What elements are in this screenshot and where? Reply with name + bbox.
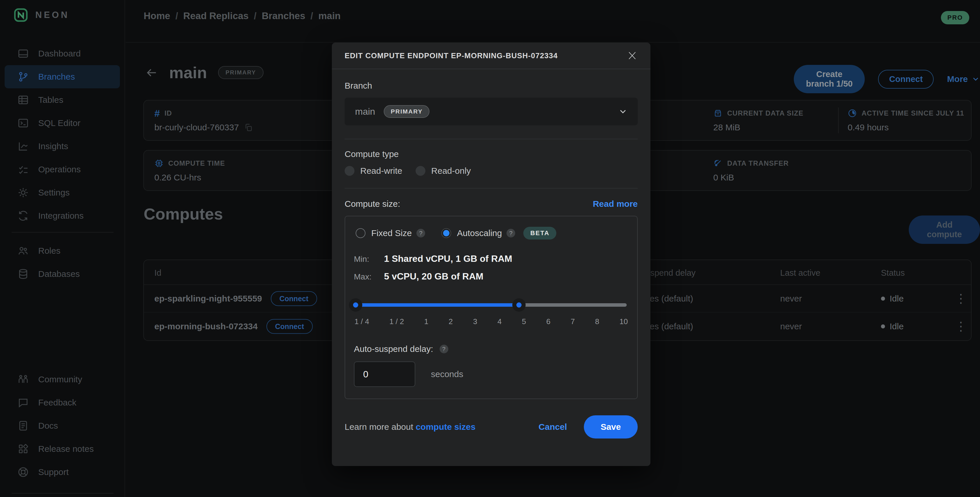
breadcrumb: Home / Read Replicas / Branches / main bbox=[144, 10, 340, 21]
last-active-value: never bbox=[780, 294, 802, 304]
sidebar-item-roles[interactable]: Roles bbox=[5, 239, 120, 263]
sidebar-item-dashboard[interactable]: Dashboard bbox=[5, 42, 120, 65]
current-data-size-value: 28 MiB bbox=[713, 123, 740, 132]
sidebar-divider bbox=[11, 232, 113, 233]
compute-size-section: Compute size: Read more Fixed Size ? Aut… bbox=[345, 188, 638, 399]
column-header-status: Status bbox=[881, 268, 905, 278]
branch-primary-badge: PRIMARY bbox=[384, 105, 430, 118]
stat-label: DATA TRANSFER bbox=[727, 159, 789, 167]
sidebar-nav-main: Dashboard Branches Tables SQL Editor Ins… bbox=[5, 42, 120, 227]
slider-max-handle[interactable] bbox=[512, 298, 526, 312]
more-button[interactable]: More bbox=[947, 74, 980, 84]
brand-logo[interactable]: NEON bbox=[13, 8, 70, 22]
learn-more-prefix: Learn more about bbox=[345, 422, 413, 432]
row-connect-button[interactable]: Connect bbox=[266, 319, 313, 334]
compute-size-slider[interactable] bbox=[354, 299, 628, 311]
sidebar-item-label: Community bbox=[38, 374, 82, 384]
fixed-size-radio[interactable] bbox=[356, 228, 366, 238]
kebab-menu-icon[interactable]: ⋮ bbox=[955, 293, 967, 305]
help-icon[interactable]: ? bbox=[417, 229, 425, 237]
row-connect-button[interactable]: Connect bbox=[271, 291, 317, 306]
sidebar-item-support[interactable]: Support bbox=[5, 460, 120, 484]
sidebar-item-community[interactable]: Community bbox=[5, 368, 120, 391]
copy-icon[interactable] bbox=[244, 123, 253, 132]
save-button[interactable]: Save bbox=[584, 415, 638, 438]
compute-type-section: Compute type Read-write Read-only bbox=[345, 139, 638, 188]
tick-label: 10 bbox=[619, 317, 628, 326]
kebab-menu-icon[interactable]: ⋮ bbox=[955, 320, 967, 333]
sql-editor-icon bbox=[18, 117, 29, 129]
add-compute-button[interactable]: Add compute bbox=[909, 215, 980, 244]
help-icon[interactable]: ? bbox=[506, 229, 515, 237]
slider-track[interactable] bbox=[356, 303, 627, 307]
storage-icon bbox=[713, 108, 722, 118]
close-icon[interactable] bbox=[627, 50, 638, 61]
branch-actions: Create branch 1/50 Connect More bbox=[794, 65, 980, 93]
docs-icon bbox=[18, 420, 29, 432]
app-screen: NEON Dashboard Branches Tables SQL Edito… bbox=[0, 0, 980, 497]
sidebar-item-integrations[interactable]: Integrations bbox=[5, 204, 120, 227]
data-transfer-icon bbox=[713, 159, 722, 168]
autoscaling-radio[interactable] bbox=[441, 228, 451, 238]
tick-label: 1 / 4 bbox=[355, 317, 369, 326]
branch-title-row: main PRIMARY bbox=[145, 63, 264, 82]
neon-logo-icon bbox=[13, 8, 29, 22]
tick-label: 6 bbox=[546, 317, 550, 326]
chevron-down-icon bbox=[971, 75, 980, 83]
compute-sizes-link[interactable]: compute sizes bbox=[415, 422, 476, 432]
sidebar-bottom-divider bbox=[11, 493, 113, 494]
sidebar-nav-footer: Community Feedback Docs Release notes Su… bbox=[5, 368, 120, 484]
sidebar-item-feedback[interactable]: Feedback bbox=[5, 391, 120, 414]
last-active-value: never bbox=[780, 322, 802, 331]
branch-id-value: br-curly-cloud-760337 bbox=[154, 123, 239, 132]
sidebar-item-databases[interactable]: Databases bbox=[5, 263, 120, 285]
breadcrumb-separator: / bbox=[254, 10, 256, 21]
slider-min-handle[interactable] bbox=[349, 298, 362, 312]
stat-current-data-size: CURRENT DATA SIZE 28 MiB bbox=[713, 100, 803, 140]
operations-icon bbox=[18, 164, 29, 175]
branch-select[interactable]: main PRIMARY bbox=[345, 97, 638, 126]
stat-label: CURRENT DATA SIZE bbox=[727, 109, 803, 117]
integrations-icon bbox=[18, 210, 29, 221]
branch-select-value: main bbox=[355, 106, 375, 117]
sidebar-item-label: Settings bbox=[38, 188, 70, 198]
sidebar-item-tables[interactable]: Tables bbox=[5, 88, 120, 112]
breadcrumb-home[interactable]: Home bbox=[144, 10, 170, 21]
read-only-radio[interactable] bbox=[415, 166, 425, 176]
tick-label: 1 / 2 bbox=[389, 317, 404, 326]
status-dot-icon bbox=[881, 296, 885, 301]
status-dot-icon bbox=[881, 324, 885, 328]
breadcrumb-branches[interactable]: Branches bbox=[262, 10, 305, 21]
autosuspend-input[interactable] bbox=[354, 362, 415, 387]
sidebar-item-insights[interactable]: Insights bbox=[5, 135, 120, 158]
breadcrumb-read-replicas[interactable]: Read Replicas bbox=[183, 10, 249, 21]
sidebar-item-settings[interactable]: Settings bbox=[5, 181, 120, 204]
help-icon[interactable]: ? bbox=[440, 345, 448, 354]
read-write-label: Read-write bbox=[360, 166, 402, 176]
sidebar-nav-secondary: Roles Databases bbox=[5, 239, 120, 285]
back-arrow-icon[interactable] bbox=[145, 66, 158, 80]
sidebar-item-release-notes[interactable]: Release notes bbox=[5, 437, 120, 460]
sidebar-item-operations[interactable]: Operations bbox=[5, 158, 120, 181]
insights-icon bbox=[18, 140, 29, 152]
connect-button[interactable]: Connect bbox=[878, 70, 934, 89]
computes-heading: Computes bbox=[144, 204, 223, 223]
create-branch-button[interactable]: Create branch 1/50 bbox=[794, 65, 865, 93]
read-write-radio[interactable] bbox=[345, 166, 355, 176]
read-more-link[interactable]: Read more bbox=[593, 199, 638, 209]
cancel-button[interactable]: Cancel bbox=[539, 422, 567, 432]
sidebar-item-branches[interactable]: Branches bbox=[5, 65, 120, 88]
compute-type-label: Compute type bbox=[345, 149, 638, 159]
tick-label: 7 bbox=[571, 317, 575, 326]
breadcrumb-main[interactable]: main bbox=[318, 10, 340, 21]
chevron-down-icon bbox=[618, 107, 628, 116]
sidebar-item-docs[interactable]: Docs bbox=[5, 414, 120, 437]
sidebar-item-sql-editor[interactable]: SQL Editor bbox=[5, 112, 120, 135]
status-badge: Idle bbox=[881, 294, 904, 304]
feedback-icon bbox=[18, 397, 29, 408]
breadcrumb-separator: / bbox=[310, 10, 313, 21]
page-title: main bbox=[169, 63, 207, 82]
plan-badge[interactable]: PRO bbox=[941, 11, 969, 24]
sidebar-item-label: Databases bbox=[38, 269, 80, 279]
autosuspend-label: Auto-suspend delay: bbox=[354, 344, 433, 354]
